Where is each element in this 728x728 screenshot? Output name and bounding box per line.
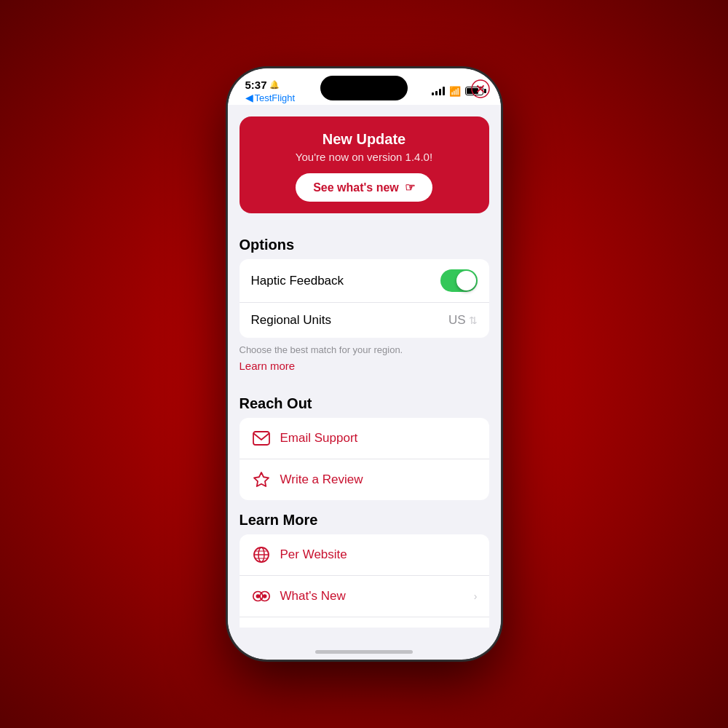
regional-units-row[interactable]: Regional Units US ⇅	[240, 302, 489, 338]
pointing-finger-icon: ☞	[405, 181, 415, 194]
envelope-icon	[251, 428, 272, 448]
regional-units-helper: Choose the best match for your region.	[228, 338, 501, 360]
haptic-feedback-toggle[interactable]	[440, 269, 478, 292]
whats-new-cell: What's New	[251, 586, 346, 606]
dynamic-island	[320, 76, 408, 100]
reach-out-section-header: Reach Out	[228, 384, 501, 418]
haptic-feedback-row[interactable]: Haptic Feedback	[240, 259, 489, 302]
stepper-icon: ⇅	[469, 314, 478, 326]
scroll-content[interactable]: New Update You're now on version 1.4.0! …	[228, 105, 501, 628]
bell-icon: 🔔	[269, 80, 280, 90]
regional-units-label: Regional Units	[251, 313, 332, 328]
svg-point-13	[262, 594, 266, 598]
star-icon	[251, 470, 272, 490]
update-banner: New Update You're now on version 1.4.0! …	[240, 116, 489, 213]
write-review-row[interactable]: Write a Review	[240, 459, 489, 500]
options-card: Haptic Feedback Regional Units US ⇅	[240, 259, 489, 338]
back-chevron-icon: ◀	[245, 92, 253, 103]
learn-more-link[interactable]: Learn more	[228, 360, 501, 384]
learn-more-section-header: Learn More	[228, 500, 501, 534]
write-review-cell: Write a Review	[251, 470, 363, 490]
home-indicator	[315, 650, 413, 654]
haptic-feedback-label: Haptic Feedback	[251, 274, 344, 288]
svg-rect-3	[253, 432, 269, 445]
email-support-label: Email Support	[280, 431, 358, 446]
email-support-row[interactable]: Email Support	[240, 418, 489, 459]
update-title: New Update	[254, 131, 475, 148]
status-time: 5:37 🔔	[245, 79, 296, 91]
phone-frame: 5:37 🔔 ◀ TestFlight 📶	[228, 68, 501, 660]
privacy-policy-row[interactable]: Privacy Policy	[240, 617, 489, 628]
whats-new-label: What's New	[280, 589, 346, 604]
eyes-icon	[251, 586, 272, 606]
update-subtitle: You're now on version 1.4.0!	[254, 151, 475, 163]
reach-out-card: Email Support Write a Review	[240, 418, 489, 500]
options-section-header: Options	[228, 225, 501, 259]
per-website-label: Per Website	[280, 547, 347, 562]
learn-more-card: Per Website What's New	[240, 534, 489, 628]
wifi-icon: 📶	[449, 86, 461, 97]
back-button[interactable]: ◀ TestFlight	[245, 92, 296, 103]
globe-icon	[251, 545, 272, 565]
per-website-row[interactable]: Per Website	[240, 534, 489, 575]
phone-screen: 5:37 🔔 ◀ TestFlight 📶	[228, 68, 501, 660]
whats-new-row[interactable]: What's New ›	[240, 575, 489, 617]
regional-units-value: US ⇅	[448, 313, 478, 328]
toggle-thumb	[456, 271, 476, 290]
svg-marker-4	[254, 472, 269, 486]
signal-bars	[432, 87, 445, 95]
whats-new-chevron-icon: ›	[474, 590, 478, 602]
per-website-cell: Per Website	[251, 545, 347, 565]
write-review-label: Write a Review	[280, 472, 363, 487]
email-support-cell: Email Support	[251, 428, 358, 448]
see-whats-new-button[interactable]: See what's new ☞	[296, 173, 432, 202]
